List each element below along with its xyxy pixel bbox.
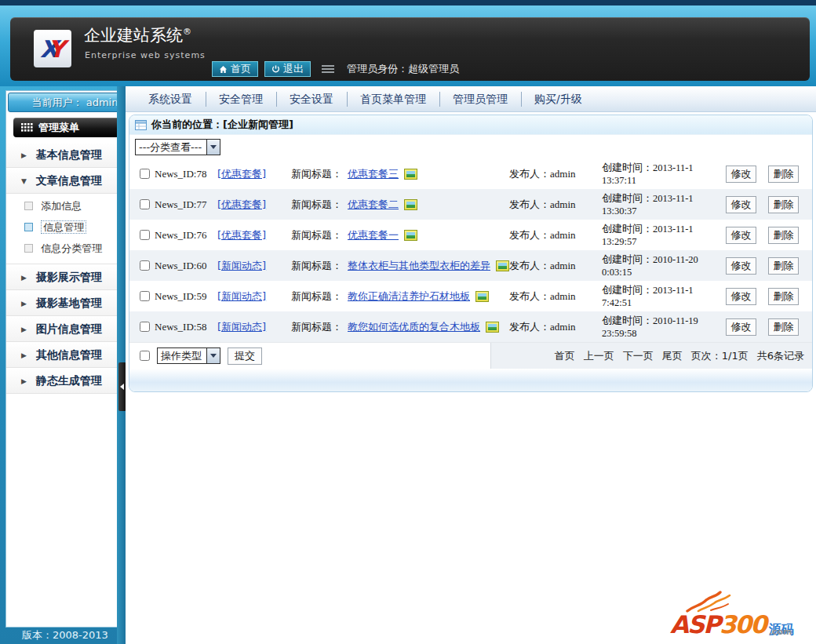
body-columns: 当前用户： admin 管理菜单 ▶ 基本信息管理: [0, 86, 816, 644]
dotcom-text: .com: [769, 628, 792, 636]
created-time: 13:29:57: [602, 236, 636, 247]
row-checkbox[interactable]: [140, 169, 150, 179]
menu-item-security-settings[interactable]: 安全设置: [276, 86, 347, 112]
app-title: 企业建站系统®: [84, 24, 191, 46]
news-panel: 你当前的位置：[企业新闻管理] ---分类查看--- New: [129, 115, 813, 392]
created-label: 创建时间：: [602, 223, 653, 235]
asp300-wordmark: ASP 300 源码 .com: [670, 613, 792, 636]
title-label: 新闻标题：: [291, 320, 342, 334]
breadcrumb: 你当前的位置：[企业新闻管理]: [129, 115, 812, 135]
asp300-logo: ASP 300 源码 .com: [670, 592, 810, 639]
page-last-link[interactable]: 尾页: [662, 349, 683, 363]
menu-item-buy-upgrade[interactable]: 购买/升级: [521, 86, 596, 112]
author-value: admin: [550, 290, 576, 302]
registered-mark: ®: [183, 27, 191, 37]
filter-row: ---分类查看---: [129, 135, 812, 158]
menu-item-home-menu-manage[interactable]: 首页菜单管理: [347, 86, 439, 112]
author-cell: 发布人：admin: [509, 320, 602, 334]
window-top-strip: [0, 0, 816, 5]
delete-button[interactable]: 删除: [768, 288, 799, 305]
row-checkbox[interactable]: [140, 230, 150, 240]
menu-item-admin-manage[interactable]: 管理员管理: [439, 86, 521, 112]
current-user-value: admin: [86, 96, 118, 108]
xy-logo: X Y: [34, 30, 71, 67]
actions-cell: 修改 删除: [726, 257, 812, 275]
news-table: News_ID:78 [优惠套餐] 新闻标题： 优惠套餐三 发布人：admin: [129, 158, 812, 342]
grid-icon: [21, 123, 33, 132]
image-icon: [404, 169, 417, 180]
delete-button[interactable]: 删除: [768, 227, 799, 244]
category-link[interactable]: [优惠套餐]: [217, 198, 266, 210]
edit-button[interactable]: 修改: [726, 227, 756, 244]
category-cell: [新闻动态]: [217, 259, 291, 273]
created-label: 创建时间：: [602, 315, 653, 326]
row-checkbox[interactable]: [140, 322, 150, 332]
news-id: News_ID:58: [155, 321, 217, 333]
home-button[interactable]: 首页: [212, 61, 258, 77]
delete-button[interactable]: 删除: [768, 318, 799, 336]
category-link[interactable]: [新闻动态]: [217, 321, 266, 333]
category-cell: [优惠套餐]: [217, 167, 291, 181]
edit-button[interactable]: 修改: [726, 257, 756, 275]
created-cell: 创建时间：2013-11-1 7:42:51: [602, 284, 726, 309]
image-icon: [475, 291, 489, 302]
created-cell: 创建时间：2010-11-20 0:03:15: [602, 253, 726, 278]
category-filter-value: ---分类查看---: [136, 140, 206, 155]
table-row: News_ID:60 [新闻动态] 新闻标题： 整体衣柜与其他类型衣柜的差异 发…: [129, 250, 812, 281]
row-checkbox[interactable]: [140, 291, 150, 301]
image-icon: [404, 230, 417, 241]
delete-button[interactable]: 删除: [768, 166, 799, 183]
menu-item-security-manage[interactable]: 安全管理: [206, 86, 276, 112]
menu-item-system-settings[interactable]: 系统设置: [135, 86, 206, 112]
delete-button[interactable]: 删除: [768, 257, 799, 275]
page-next-link[interactable]: 下一页: [623, 349, 654, 363]
edit-button[interactable]: 修改: [726, 196, 756, 213]
top-menu-bar: 系统设置 安全管理 安全设置 首页菜单管理 管理员管理 购买/升级: [126, 86, 816, 112]
edit-button[interactable]: 修改: [726, 166, 756, 183]
news-id: News_ID:59: [155, 290, 217, 303]
submit-button[interactable]: 提交: [228, 347, 262, 365]
created-cell: 创建时间：2013-11-1 13:37:11: [602, 162, 726, 187]
page-prev-link[interactable]: 上一页: [584, 349, 614, 363]
action-type-select[interactable]: 操作类型: [157, 347, 220, 364]
category-link[interactable]: [新闻动态]: [217, 260, 266, 271]
chevron-down-icon: ▼: [21, 177, 27, 185]
category-link[interactable]: [优惠套餐]: [217, 168, 266, 180]
news-title-link[interactable]: 优惠套餐一: [348, 228, 399, 242]
home-icon: [219, 65, 228, 74]
content-wrap: 你当前的位置：[企业新闻管理] ---分类查看--- New: [126, 112, 816, 644]
category-link[interactable]: [新闻动态]: [217, 290, 266, 302]
pagination: 首页 上一页 下一页 尾页 页次：1/1页 共6条记录: [490, 343, 812, 369]
category-filter-select[interactable]: ---分类查看---: [135, 139, 220, 155]
created-cell: 创建时间：2013-11-1 13:29:57: [602, 223, 726, 248]
total-records: 共6条记录: [757, 349, 804, 363]
bullet-square-icon: [24, 244, 33, 253]
news-title-link[interactable]: 优惠套餐二: [348, 198, 399, 212]
category-link[interactable]: [优惠套餐]: [217, 229, 266, 241]
news-title-link[interactable]: 教您如何选优质的复合木地板: [348, 320, 480, 334]
edit-button[interactable]: 修改: [726, 318, 756, 336]
title-label: 新闻标题：: [291, 167, 342, 181]
select-all-checkbox[interactable]: [140, 351, 150, 361]
author-label: 发布人：: [509, 198, 550, 210]
actions-cell: 修改 删除: [726, 288, 812, 305]
author-value: admin: [550, 321, 576, 333]
author-label: 发布人：: [509, 260, 550, 271]
author-label: 发布人：: [509, 229, 550, 241]
author-cell: 发布人：admin: [509, 289, 602, 304]
page-first-link[interactable]: 首页: [555, 349, 575, 363]
row-checkbox[interactable]: [140, 260, 150, 271]
title-cell: 新闻标题： 优惠套餐二: [291, 198, 509, 212]
created-date: 2013-11-1: [653, 285, 694, 296]
created-cell: 创建时间：2013-11-1 13:30:37: [602, 192, 726, 217]
news-title-link[interactable]: 教你正确清洁养护石材地板: [348, 289, 470, 304]
news-title-link[interactable]: 整体衣柜与其他类型衣柜的差异: [348, 259, 490, 273]
row-checkbox-cell: [129, 291, 155, 301]
edit-button[interactable]: 修改: [726, 288, 756, 305]
num-300-text: 300: [719, 613, 766, 636]
table-row: News_ID:58 [新闻动态] 新闻标题： 教您如何选优质的复合木地板 发布…: [129, 311, 812, 342]
logout-button[interactable]: 退出: [264, 61, 311, 77]
news-title-link[interactable]: 优惠套餐三: [348, 167, 399, 181]
row-checkbox[interactable]: [140, 199, 150, 209]
delete-button[interactable]: 删除: [768, 196, 799, 213]
